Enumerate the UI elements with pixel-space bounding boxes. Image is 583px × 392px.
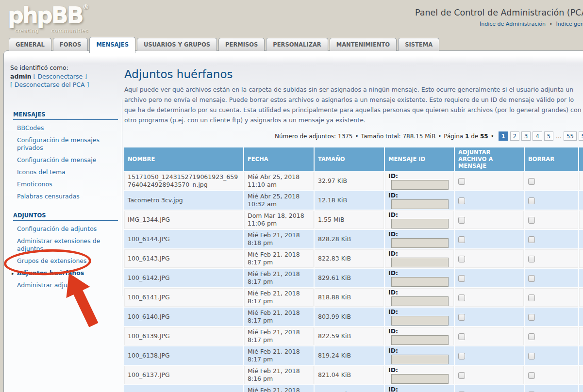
page-description: Aquí puede ver qué archivos están en la …	[124, 84, 583, 125]
message-id-input[interactable]	[391, 199, 449, 209]
delete-checkbox[interactable]	[528, 314, 535, 321]
attach-to-post-checkbox[interactable]	[458, 314, 465, 321]
description-line-2: archivo pero no envía el mensaje. Puede …	[124, 95, 583, 105]
tab-general[interactable]: GENERAL	[9, 38, 51, 51]
attach-to-post-checkbox[interactable]	[458, 256, 465, 262]
page-header-title: Panel de Control de Administración (PCA)	[415, 8, 583, 17]
cell-message-id: ID:	[385, 211, 454, 229]
delete-checkbox[interactable]	[528, 372, 535, 379]
id-label: ID:	[388, 269, 398, 277]
delete-checkbox[interactable]	[528, 353, 535, 359]
sidebar-link-configuraci-n-de-mensaje[interactable]: Configuración de mensaje	[17, 156, 96, 163]
message-id-input[interactable]	[391, 258, 449, 267]
date-line-2: 8:17 pm	[248, 297, 310, 305]
cell-delete	[525, 385, 578, 392]
delete-checkbox[interactable]	[528, 275, 535, 282]
pagination-5[interactable]: 5	[544, 131, 553, 141]
cell-size: 1.55 MiB	[315, 211, 384, 229]
tab-bar: GENERALFOROSMENSAJESUSUARIOS Y GRUPOSPER…	[9, 38, 439, 53]
cell-size: 828.28 KiB	[315, 230, 384, 248]
cell-size: 822.59 KiB	[315, 327, 384, 345]
attach-to-post-checkbox[interactable]	[458, 372, 465, 379]
sidebar-link-iconos-del-tema[interactable]: Iconos del tema	[17, 168, 66, 176]
sidebar-link-bbcodes[interactable]: BBCodes	[17, 124, 44, 131]
tab-sistema[interactable]: SISTEMA	[398, 38, 439, 51]
attach-to-post-checkbox[interactable]	[458, 294, 465, 301]
menu-section-adjuntos: ADJUNTOS	[13, 212, 118, 221]
logout-pca-link[interactable]: [ Desconectarse del PCA ]	[10, 81, 89, 88]
tab-foros[interactable]: FOROS	[53, 38, 88, 51]
pagination-55[interactable]: 55	[564, 131, 577, 141]
delete-checkbox[interactable]	[528, 217, 535, 224]
tab-personalizar[interactable]: PERSONALIZAR	[266, 38, 328, 51]
date-line-2: 8:17 pm	[248, 356, 310, 363]
attach-to-post-checkbox[interactable]	[458, 236, 465, 243]
pagination-2[interactable]: 2	[510, 131, 519, 141]
cell-extra	[579, 211, 583, 229]
date-line-2: 8:18 pm	[248, 239, 310, 247]
message-id-input[interactable]	[391, 335, 449, 345]
sidebar-link-palabras-censuradas[interactable]: Palabras censuradas	[17, 193, 80, 200]
sidebar-item-emoticonos: Emoticonos	[17, 180, 117, 188]
breadcrumb-link-ndice-general[interactable]: Índice general	[556, 21, 583, 27]
message-id-input[interactable]	[391, 316, 449, 326]
sidebar-link-configuraci-n-de-adjuntos[interactable]: Configuración de adjuntos	[17, 225, 97, 232]
cell-attach	[455, 249, 524, 268]
cell-attach	[455, 308, 524, 326]
message-id-input[interactable]	[391, 355, 449, 364]
main-content: Adjuntos huérfanos Aquí puede ver qué ar…	[124, 51, 583, 392]
cell-attach	[455, 366, 524, 384]
sidebar-link-configuraci-n-de-mensajes-privados[interactable]: Configuración de mensajes privados	[17, 136, 100, 151]
cell-message-id: ID:	[385, 172, 454, 190]
cell-filename: 100_6140.JPG	[124, 308, 243, 326]
pagination-siguiente[interactable]: Siguiente	[579, 131, 583, 141]
date-line-1: Mié Abr 25, 2018	[248, 193, 310, 200]
id-label: ID:	[388, 347, 398, 354]
attach-to-post-checkbox[interactable]	[458, 217, 465, 224]
column-header-extra	[579, 147, 583, 171]
id-label: ID:	[388, 327, 398, 335]
cell-date: Mié Abr 25, 201811:10 am	[244, 172, 314, 190]
attach-to-post-checkbox[interactable]	[458, 275, 465, 282]
attach-to-post-checkbox[interactable]	[458, 178, 465, 185]
cell-attach	[455, 385, 524, 392]
username: admin	[10, 73, 32, 80]
registered-mark: ®	[83, 3, 89, 11]
description-line-3: que ha de determinarlo por su cuenta. Es…	[124, 105, 583, 115]
delete-checkbox[interactable]	[528, 178, 535, 185]
delete-checkbox[interactable]	[528, 236, 535, 243]
message-id-input[interactable]	[391, 277, 449, 287]
cell-extra	[579, 191, 583, 210]
breadcrumb-link-ndice-de-administraci-n[interactable]: Índice de Administración	[480, 21, 546, 27]
cell-extra	[579, 172, 583, 190]
cell-delete	[525, 269, 578, 287]
delete-checkbox[interactable]	[528, 294, 535, 301]
pagination-1[interactable]: 1	[499, 131, 508, 141]
tab-mantenimiento[interactable]: MANTENIMIENTO	[330, 38, 397, 51]
pagination-4[interactable]: 4	[533, 131, 542, 141]
table-row: Tacometro 3cv.jpgMié Abr 25, 201810:32 a…	[124, 191, 583, 210]
message-id-input[interactable]	[391, 180, 449, 190]
cell-extra	[579, 366, 583, 384]
sidebar-item-configuraci-n-de-mensajes-privados: Configuración de mensajes privados	[17, 136, 117, 152]
message-id-input[interactable]	[391, 238, 449, 248]
tab-permisos[interactable]: PERMISOS	[218, 38, 265, 51]
attach-to-post-checkbox[interactable]	[458, 197, 465, 204]
delete-checkbox[interactable]	[528, 197, 535, 204]
attach-to-post-checkbox[interactable]	[458, 333, 465, 340]
sidebar-link-emoticonos[interactable]: Emoticonos	[17, 180, 52, 188]
message-id-input[interactable]	[391, 374, 449, 384]
tab-usuarios-y-grupos[interactable]: USUARIOS Y GRUPOS	[137, 38, 217, 51]
message-id-input[interactable]	[391, 219, 449, 229]
attach-to-post-checkbox[interactable]	[458, 353, 465, 359]
cell-size: 829.61 KiB	[315, 269, 384, 287]
phpbb-logo[interactable]: phpBB® creating communities	[8, 2, 105, 28]
pagination-3[interactable]: 3	[521, 131, 531, 141]
tab-mensajes[interactable]: MENSAJES	[89, 37, 135, 53]
table-row: 100_6141.JPGMié Feb 21, 20188:17 pm818.8…	[124, 288, 583, 307]
delete-checkbox[interactable]	[528, 256, 535, 262]
delete-checkbox[interactable]	[528, 333, 535, 340]
page-indicator: Página 1 de 55	[444, 133, 488, 140]
message-id-input[interactable]	[391, 296, 449, 306]
logout-link[interactable]: [ Desconectarse ]	[33, 73, 87, 80]
